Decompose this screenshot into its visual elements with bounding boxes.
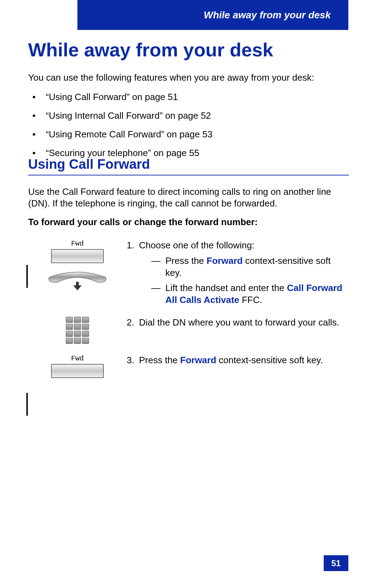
- step-text: 3.Press the Forward context-sensitive so…: [127, 354, 349, 366]
- lift-handset-icon: [42, 268, 113, 293]
- step-icons: Fwd: [28, 240, 127, 293]
- section-heading: Using Call Forward: [28, 157, 349, 175]
- page-number: 51: [324, 555, 348, 571]
- keypad-icon: [66, 317, 89, 344]
- step-lead: Choose one of the following:: [139, 240, 254, 250]
- step-body: Press the Forward context-sensitive soft…: [139, 354, 345, 366]
- step-sub-item: — Lift the handset and enter the Call Fo…: [139, 282, 345, 306]
- fwd-softkey-icon: Fwd: [51, 354, 104, 378]
- fwd-softkey-label: Fwd: [71, 354, 84, 363]
- step-row: Fwd 1.Choose one of: [28, 240, 349, 306]
- step-row: 2.Dial the DN where you want to forward …: [28, 317, 349, 344]
- procedure-title: To forward your calls or change the forw…: [28, 217, 258, 228]
- softkey-button-icon: [51, 249, 104, 263]
- header-section-title: While away from your desk: [204, 10, 331, 21]
- section-description: Use the Call Forward feature to direct i…: [28, 186, 349, 209]
- dash-icon: —: [151, 255, 165, 279]
- keyword: Forward: [180, 355, 216, 365]
- procedure-steps: Fwd 1.Choose one of: [28, 240, 349, 389]
- change-bar-icon: [26, 393, 28, 416]
- step-sub-item: — Press the Forward context-sensitive so…: [139, 255, 345, 279]
- manual-page: While away from your desk While away fro…: [0, 0, 380, 588]
- list-item: “Using Internal Call Forward” on page 52: [28, 110, 345, 121]
- intro-text: You can use the following features when …: [28, 72, 314, 83]
- step-icons: Fwd: [28, 354, 127, 378]
- step-number: 3.: [127, 354, 139, 366]
- step-row: Fwd 3.Press the Forward context-sensitiv…: [28, 354, 349, 378]
- step-text: 2.Dial the DN where you want to forward …: [127, 317, 349, 329]
- step-icons: [28, 317, 127, 344]
- page-title: While away from your desk: [28, 39, 273, 61]
- keyword: Forward: [207, 255, 243, 266]
- sub-item-text: Press the Forward context-sensitive soft…: [165, 255, 345, 279]
- list-item: “Using Call Forward” on page 51: [28, 92, 345, 103]
- fwd-softkey-label: Fwd: [71, 240, 84, 248]
- list-item: “Using Remote Call Forward” on page 53: [28, 129, 345, 140]
- sub-item-text: Lift the handset and enter the Call Forw…: [165, 282, 345, 306]
- step-text: 1.Choose one of the following: — Press t…: [127, 240, 349, 306]
- header-section-tab: While away from your desk: [77, 0, 348, 30]
- dash-icon: —: [151, 282, 165, 306]
- softkey-button-icon: [51, 364, 104, 378]
- step-body: Dial the DN where you want to forward yo…: [139, 317, 345, 329]
- fwd-softkey-icon: Fwd: [51, 240, 104, 263]
- step-number: 1.: [127, 240, 139, 252]
- feature-list: “Using Call Forward” on page 51 “Using I…: [28, 92, 345, 166]
- step-number: 2.: [127, 317, 139, 329]
- change-bar-icon: [26, 265, 28, 288]
